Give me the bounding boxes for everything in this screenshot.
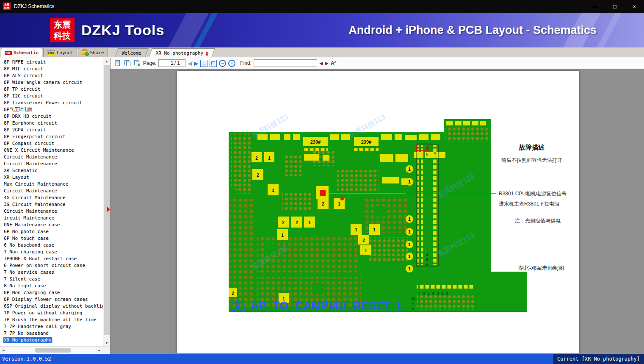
banner: 东震 科技 DZKJ Tools Android + iPhone & PCB … (0, 13, 644, 47)
match-case-icon[interactable]: Aª (331, 60, 336, 66)
list-item[interactable]: 7P Brush the machine all the time (0, 317, 103, 323)
scroll-up-icon[interactable]: ▲ (103, 58, 110, 64)
list-item[interactable]: 7 Silent case (0, 276, 103, 283)
banner-subtitle: Android + iPhone & PCB Layout - Schemati… (348, 24, 597, 37)
pdf-icon: PDF (5, 51, 12, 55)
pcb-canvas: 4 6 4 6 8 1 1 1 1 1 (177, 71, 579, 353)
list-item[interactable]: 8P气压计电路 (0, 106, 103, 113)
list-item[interactable]: 8P Non charging case (0, 289, 103, 296)
list-item[interactable]: 8P Fingerprint circuit (0, 133, 103, 140)
list-item[interactable]: 7P Power on without charging (0, 310, 103, 317)
list-item[interactable]: 7 7P No baseband (0, 330, 103, 337)
svg-text:1: 1 (308, 220, 311, 225)
find-input[interactable] (254, 60, 317, 67)
svg-text:6: 6 (426, 258, 428, 262)
list-item[interactable]: 7 No service cases (0, 269, 103, 276)
vertical-scroll-thumb[interactable] (104, 65, 110, 335)
list-item[interactable]: Circuit Maintenance (0, 154, 103, 161)
multi-pages-icon[interactable] (133, 59, 141, 67)
tab-close-icon[interactable]: × (206, 52, 208, 56)
doc-tab-xr-no-photography[interactable]: XR No photography × (149, 48, 215, 57)
list-item[interactable]: XR Layout (0, 174, 103, 181)
list-item[interactable]: Circuit Maintenance (0, 208, 103, 215)
page-number-input[interactable] (164, 60, 174, 66)
page-label: Page: (143, 60, 156, 66)
list-item[interactable]: 4G Circuit Maintenance (0, 195, 103, 201)
tab-layout-label: Layout (57, 50, 74, 56)
app-icon-text2: 科技 (3, 6, 11, 10)
previous-page-icon[interactable]: ◀ (188, 60, 192, 67)
fit-page-icon[interactable] (210, 60, 217, 67)
list-item[interactable]: IPHONE X Boot restart case (0, 256, 103, 262)
close-button[interactable]: × (625, 0, 644, 13)
annotation-note2: 进水机主查R3801下拉电阻 (499, 201, 559, 207)
list-item[interactable]: 8P DRX HB circuit (0, 113, 103, 120)
scroll-left-icon[interactable]: ◄ (0, 347, 7, 354)
svg-text:9: 9 (412, 302, 415, 306)
list-item[interactable]: 6SP Original display without backlight (0, 303, 103, 310)
list-item[interactable]: 8P Display flower screen cases (0, 296, 103, 303)
maximize-button[interactable]: □ (605, 0, 625, 13)
sidebar-horizontal-scrollbar[interactable]: ◄ ► (0, 346, 110, 354)
net-label: 文: AP_TO_CAMPMU_RESET_L (232, 300, 404, 312)
scroll-right-icon[interactable]: ► (96, 347, 103, 354)
find-label: Find: (240, 60, 252, 66)
list-item[interactable]: Circuit Maintenance (0, 188, 103, 195)
list-item[interactable]: XR No photography (0, 337, 103, 344)
list-item[interactable]: 7 7P Handsfree call gray (0, 323, 103, 330)
list-item[interactable]: 7 Non charging case (0, 249, 103, 256)
svg-text:6: 6 (426, 152, 428, 156)
list-item[interactable]: 8P 2GPA circuit (0, 127, 103, 133)
list-item[interactable]: 8P Transceiver Power circuit (0, 100, 103, 106)
list-item[interactable]: XR Schematic (0, 167, 103, 174)
schematic-page: 4 6 4 6 8 1 1 1 1 1 (177, 71, 579, 353)
next-page-icon[interactable]: ▶ (194, 60, 198, 67)
list-item[interactable]: 8P MIC circuit (0, 66, 103, 72)
svg-text:2: 2 (282, 220, 285, 225)
vertical-scroll-track[interactable] (103, 64, 110, 339)
svg-text:1: 1 (373, 228, 376, 232)
list-item[interactable]: Max Circuit Maintenance (0, 181, 103, 188)
list-item[interactable]: 8P Compass circuit (0, 140, 103, 147)
list-item[interactable]: 8P Wide-angle camera circuit (0, 79, 103, 86)
list-item[interactable]: 3G Circuit Maintenance (0, 201, 103, 208)
horizontal-scroll-track[interactable] (7, 347, 96, 354)
list-item[interactable]: 6P No touch case (0, 235, 103, 242)
list-item[interactable]: 8P RFFE circuit (0, 59, 103, 66)
zoom-in-icon[interactable]: + (228, 60, 235, 67)
fault-description: 前后不拍照面容也无法打开 (501, 157, 562, 163)
doc-tab-welcome[interactable]: Welcome (115, 48, 149, 57)
document-tabs: Welcome XR No photography × (113, 48, 214, 57)
sidebar-vertical-scrollbar[interactable]: ▲ ▼ (103, 58, 110, 346)
tab-share[interactable]: Share (78, 48, 108, 57)
list-item[interactable]: ONE Maintenance case (0, 222, 103, 228)
list-item[interactable]: Circuit Maintenance (0, 161, 103, 167)
list-item[interactable]: 8P ALS circuit (0, 72, 103, 79)
list-item[interactable]: 8P I2C circuit (0, 93, 103, 100)
list-item[interactable]: 8 No light case (0, 283, 103, 289)
tab-schematic[interactable]: PDF Schematic (1, 48, 42, 57)
minimize-button[interactable]: — (586, 0, 605, 13)
list-item[interactable]: 8P TP circuit (0, 86, 103, 93)
list-item[interactable]: 6 Power on short circuit case (0, 262, 103, 269)
find-next-icon[interactable]: ▶ (325, 61, 329, 66)
list-item[interactable]: 6 No baseband case (0, 242, 103, 249)
list-item[interactable]: 6P No photo case (0, 228, 103, 235)
list-item[interactable]: 8P Earphone circuit (0, 120, 103, 127)
copy-pages-icon[interactable] (124, 59, 131, 67)
document-viewer[interactable]: 4 6 4 6 8 1 1 1 1 1 (111, 69, 644, 354)
list-item[interactable]: ONE X Circuit Maintenance (0, 147, 103, 154)
zoom-out-icon[interactable]: − (219, 60, 226, 67)
svg-text:7: 7 (418, 291, 420, 295)
annotation-note1: R3801 CPU相机电源复位信号 (499, 191, 567, 197)
list-item[interactable]: ircuit Maintenance (0, 215, 103, 222)
find-previous-icon[interactable]: ◀ (319, 61, 323, 66)
scroll-down-icon[interactable]: ▼ (103, 339, 110, 346)
sidebar-collapse-handle[interactable] (107, 207, 110, 212)
horizontal-scroll-thumb[interactable] (35, 348, 71, 353)
fit-width-icon[interactable]: ↔ (200, 60, 207, 67)
tab-layout[interactable]: PADS Layout (43, 48, 77, 57)
fault-title: 故障描述 (519, 144, 545, 151)
svg-text:1: 1 (408, 242, 411, 247)
single-page-icon[interactable] (114, 59, 122, 67)
